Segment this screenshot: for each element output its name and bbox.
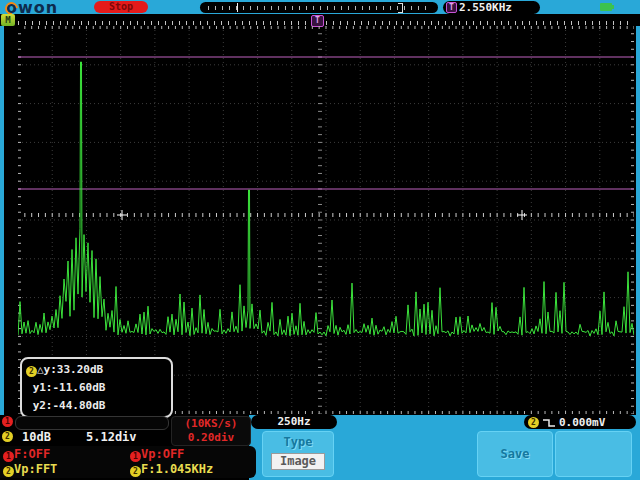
sample-rate-panel: (10KS/s) 0.20div [171,416,251,446]
channel2-badge: 2 [26,366,37,377]
resolution-value: 0.20div [172,431,250,445]
oscilloscope-screen: owon Stop T 2.550KHz M T 2△y:33.20dB y1:… [0,0,640,480]
measure-status-panel: 1F:OFF 1Vp:OFF 2Vp:FFT 2F:1.045KHz [0,446,256,478]
trigger-frequency-value: 2.550KHz [459,1,512,14]
status-vp-ch1: 1Vp:OFF [130,447,184,462]
window-position-marker [237,3,238,12]
top-bar: owon Stop T 2.550KHz [0,0,640,14]
status-f-ch2-label: F:1.045KHz [141,462,213,476]
trigger-icon: T [446,2,457,13]
status-vp-ch2-label: Vp:FFT [14,462,57,476]
type-value-image[interactable]: Image [271,453,325,470]
menu-item-type[interactable]: Type Image [262,431,334,477]
delta-y-value: △y:33.20dB [37,363,103,376]
channel1-readout-bar [15,416,169,430]
status-f-ch1: 1F:OFF [3,447,50,462]
timebase-icon: M [1,14,15,26]
channel2-scale-value: 10dB [22,430,51,444]
measurement-row-y1: y1:-11.60dB [26,379,171,397]
sample-rate-value: (10KS/s) [172,417,250,431]
y1-value: y1:-11.60dB [33,381,106,394]
channel2-position-value: 5.12div [86,430,137,444]
channel1-badge: 1 [2,416,13,427]
save-button-label: Save [501,447,530,461]
trigger-level-readout: 2 0.000mV [524,415,636,429]
scale-ticks [208,6,430,10]
menu-item-blank[interactable] [555,431,632,477]
channel1-badge: 1 [3,451,14,462]
status-vp-ch1-label: Vp:OFF [141,447,184,461]
trigger-frequency-readout: T 2.550KHz [443,1,540,14]
acquisition-status-badge: Stop [94,1,148,13]
channel2-badge: 2 [2,431,13,442]
fft-waveform-display [18,26,634,414]
channel2-badge: 2 [130,466,141,477]
falling-edge-icon [542,417,556,428]
trigger-position-ruler: M T [0,14,640,26]
measurement-row-delta: 2△y:33.20dB [26,361,171,379]
save-button[interactable]: Save [477,431,553,477]
cursor-measurement-box: 2△y:33.20dB y1:-11.60dB y2:-44.80dB [20,357,173,418]
status-f-ch2: 2F:1.045KHz [130,462,213,477]
horizontal-position-scale [200,2,438,13]
window-bracket-marker [398,3,403,13]
y2-value: y2:-44.80dB [33,399,106,412]
channel1-badge: 1 [130,451,141,462]
trigger-level-value: 0.000mV [559,416,605,429]
bezel-right [636,26,640,415]
frequency-per-div-readout: 250Hz [251,415,337,429]
channel2-badge: 2 [3,466,14,477]
status-f-ch1-label: F:OFF [14,447,50,461]
bezel-left [0,26,4,415]
type-label: Type [263,435,333,449]
ruler-ticks [18,21,634,25]
battery-icon [600,3,612,11]
trigger-channel-badge: 2 [528,417,539,428]
status-vp-ch2: 2Vp:FFT [3,462,57,477]
measurement-row-y2: y2:-44.80dB [26,397,171,415]
